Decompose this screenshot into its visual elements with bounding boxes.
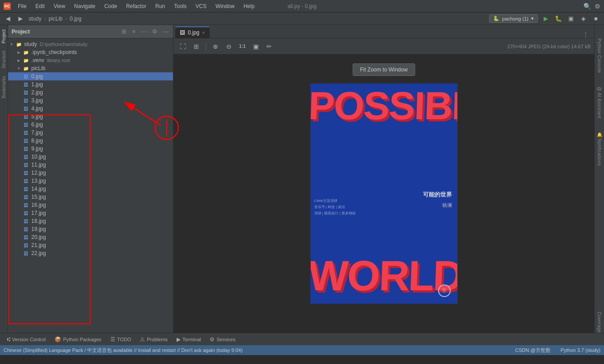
zoom-out-button[interactable]: ⊖ (223, 41, 235, 52)
sidebar-tab-structure[interactable]: Structure (0, 48, 7, 71)
forward-button[interactable]: ▶ (16, 14, 25, 23)
tree-file-13jpg[interactable]: 🖼 13.jpg (8, 177, 173, 185)
right-tab-coverage[interactable]: Coverage (597, 312, 602, 333)
coverage-button[interactable]: ▣ (566, 14, 575, 23)
watermark: CSDN @方世图 (515, 347, 550, 353)
expand-all-icon[interactable]: ⊞ (121, 27, 127, 36)
status-message: Chinese (Simplified) Language Pack / 中文语… (4, 347, 243, 354)
tree-file-8jpg[interactable]: 🖼 8.jpg (8, 137, 173, 145)
bottom-tab-python-packages[interactable]: 📦 Python Packages (51, 335, 105, 343)
editor-tab-0jpg[interactable]: 🖼 0.jpg × (175, 26, 210, 38)
tree-file-label: 8.jpg (31, 138, 43, 144)
back-button[interactable]: ◀ (4, 14, 13, 23)
right-tab-notifications[interactable]: 🔔 Notifications (597, 132, 602, 166)
menu-item-edit[interactable]: Edit (32, 2, 48, 10)
tree-file-11jpg[interactable]: 🖼 11.jpg (8, 161, 173, 169)
right-tab-ai-assistant[interactable]: @ AI Assistant (597, 87, 602, 119)
fit-width-button[interactable]: ▣ (250, 41, 262, 52)
tree-file-4jpg[interactable]: 🖼 4.jpg (8, 105, 173, 113)
file-icon: 🖼 (22, 81, 30, 88)
menu-item-run[interactable]: Run (152, 2, 169, 10)
minimize-icon[interactable]: — (162, 27, 169, 36)
tree-file-9jpg[interactable]: 🖼 9.jpg (8, 145, 173, 153)
tab-label: Terminal (182, 337, 201, 342)
menu-item-view[interactable]: View (50, 2, 69, 10)
image-content: Fit Zoom to Window POSSIBLE CIMA主旨演讲 音乐节… (173, 54, 594, 333)
run-button[interactable]: ▶ (541, 14, 550, 23)
run-bar: ◀ ▶ study › picLib › 0.jpg 🐍 pachong (1)… (0, 13, 604, 25)
tree-file-0jpg[interactable]: 🖼 0.jpg (8, 72, 173, 80)
bottom-tab-problems[interactable]: ⚠ Problems (136, 335, 171, 343)
menu-item-tools[interactable]: Tools (170, 2, 190, 10)
menu-item-refactor[interactable]: Refactor (122, 2, 150, 10)
settings-icon[interactable]: ⚙ (595, 3, 600, 10)
title-bar: PC FileEditViewNavigateCodeRefactorRunTo… (0, 0, 604, 13)
tree-file-label: 20.jpg (31, 234, 46, 240)
tree-file-5jpg[interactable]: 🖼 5.jpg (8, 113, 173, 121)
eyedropper-button[interactable]: ✏ (263, 41, 275, 52)
tree-root-path: D:\pythoncharm\study (40, 42, 88, 47)
bottom-tab-version-control[interactable]: ⑆ Version Control (4, 335, 49, 343)
breadcrumb-piclib[interactable]: picLib (49, 16, 63, 22)
fit-zoom-button[interactable]: Fit Zoom to Window (352, 63, 415, 76)
tree-root-study[interactable]: ▼ 📁 study D:\pythoncharm\study (8, 40, 173, 48)
menu-item-help[interactable]: Help (240, 2, 258, 10)
tree-file-16jpg[interactable]: 🖼 16.jpg (8, 201, 173, 209)
tree-file-20jpg[interactable]: 🖼 20.jpg (8, 233, 173, 241)
bottom-tab-terminal[interactable]: ▶ Terminal (173, 335, 205, 343)
tab-icon: ⚠ (140, 336, 145, 343)
menu-item-window[interactable]: Window (212, 2, 238, 10)
sidebar-tab-project[interactable]: Project (0, 27, 7, 46)
book-cover-image: POSSIBLE CIMA主旨演讲 音乐节 | 科技 | 前沿 演讲 | 视觉设… (310, 83, 458, 304)
tree-file-15jpg[interactable]: 🖼 15.jpg (8, 193, 173, 201)
tree-file-7jpg[interactable]: 🖼 7.jpg (8, 129, 173, 137)
options-icon[interactable]: ⋯ (140, 27, 148, 36)
grid-button[interactable]: ⊞ (190, 41, 202, 52)
sidebar-tab-bookmarks[interactable]: Bookmarks (0, 73, 7, 101)
menu-item-navigate[interactable]: Navigate (71, 2, 99, 10)
bottom-tab-todo[interactable]: ☰ TODO (107, 335, 135, 343)
tree-file-18jpg[interactable]: 🖼 18.jpg (8, 217, 173, 225)
tab-bar: 🖼 0.jpg × ⋮ (173, 25, 594, 38)
tree-file-19jpg[interactable]: 🖼 19.jpg (8, 225, 173, 233)
menu-item-file[interactable]: File (14, 2, 30, 10)
file-icon: 🖼 (22, 113, 30, 120)
breadcrumb-study[interactable]: study (29, 16, 42, 22)
fullscreen-button[interactable]: ⛶ (177, 41, 189, 52)
tab-label: Problems (147, 337, 167, 342)
tree-file-17jpg[interactable]: 🖼 17.jpg (8, 209, 173, 217)
tab-more-button[interactable]: ⋮ (579, 31, 592, 38)
tree-file-14jpg[interactable]: 🖼 14.jpg (8, 185, 173, 193)
actual-size-button[interactable]: 1:1 (237, 41, 248, 52)
tree-file-3jpg[interactable]: 🖼 3.jpg (8, 96, 173, 105)
tree-file-10jpg[interactable]: 🖼 10.jpg (8, 153, 173, 161)
debug-button[interactable]: 🐛 (554, 14, 563, 23)
profile-button[interactable]: ◈ (579, 14, 588, 23)
tree-file-22jpg[interactable]: 🖼 22.jpg (8, 249, 173, 257)
collapse-all-icon[interactable]: ≡ (131, 27, 136, 36)
menu-item-vcs[interactable]: VCS (192, 2, 210, 10)
search-icon[interactable]: 🔍 (583, 3, 591, 10)
tree-venv[interactable]: ▶ 📁 .venv library root (8, 56, 173, 64)
tree-file-1jpg[interactable]: 🖼 1.jpg (8, 80, 173, 88)
tree-file-12jpg[interactable]: 🖼 12.jpg (8, 169, 173, 177)
right-tab-python-console[interactable]: Python Console (597, 38, 602, 73)
tree-piclib[interactable]: ▼ 📁 picLib (8, 64, 173, 72)
stop-button[interactable]: ■ (591, 14, 600, 23)
interpreter-selector[interactable]: 🐍 pachong (1) ▾ (489, 14, 538, 23)
tab-close-button[interactable]: × (202, 30, 205, 35)
tree-file-6jpg[interactable]: 🖼 6.jpg (8, 121, 173, 129)
window-title: all.py - 0.jpg (287, 3, 317, 9)
chevron-down-icon: ▾ (531, 16, 534, 21)
gear-icon[interactable]: ⚙ (151, 27, 158, 36)
tree-file-label: 3.jpg (31, 97, 43, 104)
tree-file-2jpg[interactable]: 🖼 2.jpg (8, 88, 173, 96)
status-right: CSDN @方世图 Python 3.7 (study) (515, 347, 600, 354)
project-panel-header: Project ⊞ ≡ ⋯ ⚙ — (8, 25, 173, 38)
breadcrumb-file[interactable]: 0.jpg (70, 16, 81, 22)
bottom-tab-services[interactable]: ⚙ Services (206, 335, 239, 343)
tree-file-21jpg[interactable]: 🖼 21.jpg (8, 241, 173, 249)
tree-ipynb[interactable]: ▶ 📁 .ipynb_checkpoints (8, 48, 173, 56)
zoom-in-button[interactable]: ⊕ (210, 41, 221, 52)
menu-item-code[interactable]: Code (101, 2, 121, 10)
